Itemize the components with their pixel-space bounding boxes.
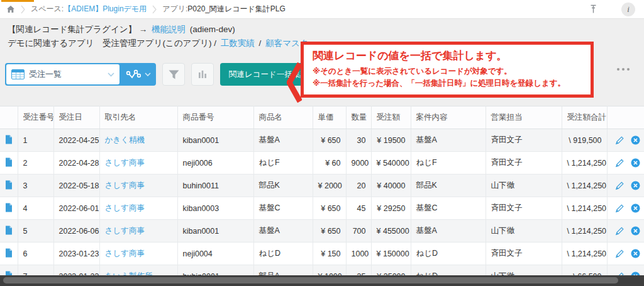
cell-total: \ 1,214,250 — [562, 220, 607, 243]
cell-order-no: 3 — [18, 174, 53, 197]
space-label: スペース: — [31, 4, 64, 14]
table-row: 6 2023-01-23 さしす商事 neji0004 ねじD ¥ 150 10… — [0, 243, 644, 265]
cell-order-no: 4 — [18, 197, 53, 220]
records-table: 受注番号 受注日 取引先名 商品番号 商品名 単価 数量 受注額 案件内容 営業… — [0, 106, 644, 286]
record-icon[interactable] — [0, 243, 18, 265]
header-total: 受注額合計 — [562, 106, 607, 129]
cell-item-name: 基盤A — [253, 220, 313, 243]
cell-actions — [607, 152, 644, 174]
top-nav: スペース: 【ADIEM】Pluginデモ用 アプリ: P020_関連レコード集… — [0, 0, 644, 19]
annotation-note-1: ※そのとき一覧に表示されているレコードが対象です。 — [313, 66, 582, 77]
cell-sales-rep: 山下徹 — [486, 174, 562, 197]
cell-total: \ 1,214,250 — [562, 243, 607, 265]
table-view-icon — [11, 69, 25, 79]
cell-order-date: 2023-01-23 — [53, 243, 99, 265]
header-item-code: 商品番号 — [177, 106, 253, 129]
delete-record-icon[interactable] — [631, 158, 640, 168]
delete-record-icon[interactable] — [631, 135, 640, 145]
pin-icon[interactable] — [589, 4, 597, 14]
cell-client: さしす商事 — [99, 174, 177, 197]
delete-record-icon[interactable] — [631, 249, 640, 258]
table-row: 2 2022-04-28 さしす商事 neji0006 ねじF ¥ 60 900… — [0, 152, 644, 174]
related-apps-line: デモに関連するアプリ 受注管理アプリ(このアプリ) / 工数実績 / 顧客マスタ — [8, 38, 311, 49]
table-body: 1 2022-04-25 かきく精機 kiban0001 基盤A ¥ 650 3… — [0, 129, 644, 286]
cell-qty: 700 — [346, 220, 371, 243]
cell-item-name: 基盤C — [253, 197, 313, 220]
header-unit-price: 単価 — [313, 106, 346, 129]
header-sales-rep: 営業担当 — [486, 106, 562, 129]
header-actions-col — [607, 106, 644, 129]
cell-qty: 9000 — [346, 152, 371, 174]
kosu-jisseki-link[interactable]: 工数実績 — [221, 38, 255, 48]
record-icon[interactable] — [0, 220, 18, 243]
record-icon[interactable] — [0, 152, 18, 174]
table-row: 3 2022-05-18 さしす商事 buhin0011 部品K ¥ 2000 … — [0, 174, 644, 197]
edit-record-icon[interactable] — [615, 249, 624, 258]
client-link[interactable]: さしす商事 — [105, 249, 145, 258]
client-link[interactable]: さしす商事 — [105, 226, 145, 235]
chevron-down-icon — [108, 72, 114, 77]
record-icon[interactable] — [0, 174, 18, 197]
cell-unit-price: ¥ 650 — [313, 129, 346, 152]
info-icon[interactable]: i — [621, 3, 635, 16]
client-link[interactable]: さしす商事 — [105, 203, 145, 212]
view-selector[interactable]: 受注一覧 — [5, 63, 156, 86]
chart-button[interactable] — [191, 63, 214, 86]
cell-order-date: 2022-04-25 — [53, 129, 99, 152]
graph-view-switcher[interactable] — [121, 63, 156, 86]
home-icon[interactable] — [6, 5, 15, 13]
cell-actions — [607, 197, 644, 220]
cell-order-no: 1 — [18, 129, 53, 152]
cell-amount: ¥ 455000 — [371, 220, 411, 243]
record-icon[interactable] — [0, 197, 18, 220]
filter-button[interactable] — [162, 63, 185, 86]
cell-item-code: kiban0001 — [177, 220, 253, 243]
cell-order-no: 2 — [18, 152, 53, 174]
edit-record-icon[interactable] — [615, 181, 624, 190]
bar-chart-icon — [197, 69, 208, 79]
cell-item-code: kiban0001 — [177, 129, 253, 152]
edit-record-icon[interactable] — [615, 227, 624, 236]
cell-order-no: 6 — [18, 243, 53, 265]
nav-right-icons: i — [589, 3, 638, 16]
cell-actions — [607, 174, 644, 197]
cell-case: 基盤A — [411, 220, 486, 243]
cell-actions — [607, 243, 644, 265]
plugin-title: 【関連レコード集計プラグイン】 → — [8, 25, 147, 34]
cell-item-code: buhin0011 — [177, 174, 253, 197]
app-label: アプリ: — [162, 4, 187, 14]
cell-qty: 45 — [346, 197, 371, 220]
client-link[interactable]: かきく精機 — [105, 135, 145, 144]
delete-record-icon[interactable] — [631, 226, 640, 236]
view-selector-current[interactable]: 受注一覧 — [6, 64, 119, 84]
cell-client: さしす商事 — [99, 197, 177, 220]
cell-unit-price: ¥ 650 — [313, 197, 346, 220]
client-link[interactable]: さしす商事 — [105, 181, 145, 190]
cell-amount: ¥ 29250 — [371, 197, 411, 220]
cell-qty: 30 — [346, 129, 371, 152]
table-row: 5 2022-06-06 さしす商事 kiban0001 基盤A ¥ 650 7… — [0, 220, 644, 243]
cell-total: \ 1,214,250 — [562, 174, 607, 197]
cell-item-name: 基盤A — [253, 129, 313, 152]
edit-record-icon[interactable] — [615, 159, 624, 168]
delete-record-icon[interactable] — [631, 181, 640, 190]
cell-case: 基盤C — [411, 197, 486, 220]
space-link[interactable]: 【ADIEM】Pluginデモ用 — [64, 4, 147, 14]
function-description-link[interactable]: 機能説明 — [152, 25, 186, 34]
plugin-title-suffix: (adiem-dev) — [190, 25, 235, 34]
breadcrumb-app: アプリ: P020_関連レコード集計PLG — [162, 4, 286, 14]
edit-record-icon[interactable] — [615, 204, 624, 213]
cell-order-no: 5 — [18, 220, 53, 243]
cell-amount: ¥ 150000 — [371, 243, 411, 265]
plugin-title-line: 【関連レコード集計プラグイン】 → 機能説明 (adiem-dev) — [8, 24, 237, 35]
scrollbar-thumb[interactable] — [3, 277, 618, 283]
header-order-date: 受注日 — [53, 106, 99, 129]
options-menu-icon[interactable] — [617, 68, 630, 71]
record-icon[interactable] — [0, 129, 18, 152]
edit-record-icon[interactable] — [615, 136, 624, 145]
client-link[interactable]: さしす商事 — [105, 158, 145, 167]
chevron-down-icon — [145, 72, 151, 77]
cell-unit-price: ¥ 650 — [313, 220, 346, 243]
horizontal-scrollbar[interactable] — [0, 275, 644, 286]
delete-record-icon[interactable] — [631, 203, 640, 213]
